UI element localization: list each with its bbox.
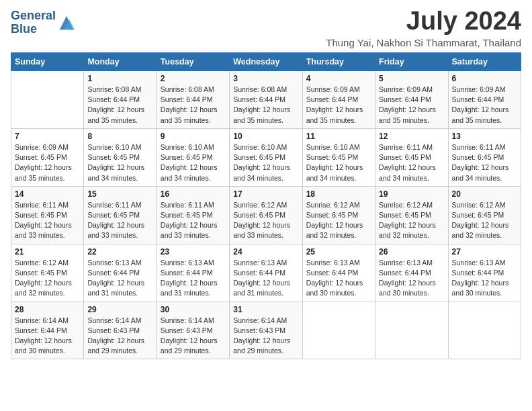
day-number: 4 <box>306 74 371 83</box>
day-info: Sunrise: 6:08 AM Sunset: 6:44 PM Dayligh… <box>161 85 226 126</box>
day-info: Sunrise: 6:09 AM Sunset: 6:44 PM Dayligh… <box>452 85 517 126</box>
calendar-cell: 20Sunrise: 6:12 AM Sunset: 6:45 PM Dayli… <box>448 186 521 244</box>
calendar-week-3: 14Sunrise: 6:11 AM Sunset: 6:45 PM Dayli… <box>11 186 521 244</box>
day-number: 24 <box>233 247 298 257</box>
calendar-cell: 2Sunrise: 6:08 AM Sunset: 6:44 PM Daylig… <box>157 71 229 129</box>
day-info: Sunrise: 6:08 AM Sunset: 6:44 PM Dayligh… <box>233 85 298 126</box>
day-number: 9 <box>161 132 226 141</box>
logo: General Blue <box>11 9 76 36</box>
day-info: Sunrise: 6:13 AM Sunset: 6:44 PM Dayligh… <box>306 258 371 299</box>
day-info: Sunrise: 6:08 AM Sunset: 6:44 PM Dayligh… <box>87 85 152 126</box>
logo-text: General Blue <box>11 9 56 36</box>
calendar-cell: 15Sunrise: 6:11 AM Sunset: 6:45 PM Dayli… <box>84 186 157 244</box>
calendar-cell: 4Sunrise: 6:09 AM Sunset: 6:44 PM Daylig… <box>302 71 375 129</box>
calendar-cell: 6Sunrise: 6:09 AM Sunset: 6:44 PM Daylig… <box>448 71 521 129</box>
day-number: 13 <box>452 132 517 141</box>
day-info: Sunrise: 6:13 AM Sunset: 6:44 PM Dayligh… <box>233 258 298 299</box>
day-number: 28 <box>15 305 80 314</box>
calendar-cell: 10Sunrise: 6:10 AM Sunset: 6:45 PM Dayli… <box>230 128 302 186</box>
calendar-cell: 31Sunrise: 6:14 AM Sunset: 6:43 PM Dayli… <box>230 302 302 359</box>
calendar-cell: 21Sunrise: 6:12 AM Sunset: 6:45 PM Dayli… <box>11 244 84 302</box>
calendar-body: 1Sunrise: 6:08 AM Sunset: 6:44 PM Daylig… <box>11 71 521 359</box>
day-number: 23 <box>161 247 226 257</box>
calendar-cell: 13Sunrise: 6:11 AM Sunset: 6:45 PM Dayli… <box>448 128 521 186</box>
title-area: July 2024 Thung Yai, Nakhon Si Thammarat… <box>326 7 521 48</box>
calendar-table: SundayMondayTuesdayWednesdayThursdayFrid… <box>11 52 521 359</box>
calendar-cell: 17Sunrise: 6:12 AM Sunset: 6:45 PM Dayli… <box>230 186 302 244</box>
calendar-cell: 25Sunrise: 6:13 AM Sunset: 6:44 PM Dayli… <box>302 244 375 302</box>
day-number: 31 <box>233 305 298 314</box>
calendar-week-5: 28Sunrise: 6:14 AM Sunset: 6:44 PM Dayli… <box>11 302 521 359</box>
day-info: Sunrise: 6:12 AM Sunset: 6:45 PM Dayligh… <box>452 200 517 241</box>
day-number: 27 <box>452 247 517 257</box>
calendar-cell: 3Sunrise: 6:08 AM Sunset: 6:44 PM Daylig… <box>230 71 302 129</box>
day-info: Sunrise: 6:09 AM Sunset: 6:44 PM Dayligh… <box>306 85 371 126</box>
calendar-cell: 7Sunrise: 6:09 AM Sunset: 6:45 PM Daylig… <box>11 128 84 186</box>
day-number: 12 <box>379 132 444 141</box>
calendar-cell <box>375 302 448 359</box>
day-info: Sunrise: 6:09 AM Sunset: 6:44 PM Dayligh… <box>379 85 444 126</box>
calendar-cell: 29Sunrise: 6:14 AM Sunset: 6:43 PM Dayli… <box>84 302 157 359</box>
day-info: Sunrise: 6:13 AM Sunset: 6:44 PM Dayligh… <box>87 258 152 299</box>
day-info: Sunrise: 6:10 AM Sunset: 6:45 PM Dayligh… <box>233 142 298 183</box>
weekday-header-friday: Friday <box>375 53 448 71</box>
logo-line1: General <box>11 9 56 22</box>
weekday-header-monday: Monday <box>84 53 157 71</box>
day-info: Sunrise: 6:10 AM Sunset: 6:45 PM Dayligh… <box>87 142 152 183</box>
day-number: 8 <box>87 132 152 141</box>
day-info: Sunrise: 6:12 AM Sunset: 6:45 PM Dayligh… <box>306 200 371 241</box>
calendar-cell <box>302 302 375 359</box>
calendar-cell <box>448 302 521 359</box>
calendar-cell: 30Sunrise: 6:14 AM Sunset: 6:43 PM Dayli… <box>157 302 229 359</box>
day-number: 22 <box>87 247 152 257</box>
calendar-cell: 27Sunrise: 6:13 AM Sunset: 6:44 PM Dayli… <box>448 244 521 302</box>
day-number: 21 <box>15 247 80 257</box>
day-info: Sunrise: 6:13 AM Sunset: 6:44 PM Dayligh… <box>379 258 444 299</box>
day-info: Sunrise: 6:10 AM Sunset: 6:45 PM Dayligh… <box>306 142 371 183</box>
day-number: 1 <box>87 74 152 83</box>
day-number: 16 <box>161 189 226 199</box>
day-number: 15 <box>87 189 152 199</box>
day-info: Sunrise: 6:14 AM Sunset: 6:43 PM Dayligh… <box>87 316 152 357</box>
day-info: Sunrise: 6:11 AM Sunset: 6:45 PM Dayligh… <box>379 142 444 183</box>
weekday-header-wednesday: Wednesday <box>230 53 302 71</box>
day-info: Sunrise: 6:12 AM Sunset: 6:45 PM Dayligh… <box>379 200 444 241</box>
calendar-cell: 8Sunrise: 6:10 AM Sunset: 6:45 PM Daylig… <box>84 128 157 186</box>
calendar-cell: 26Sunrise: 6:13 AM Sunset: 6:44 PM Dayli… <box>375 244 448 302</box>
day-number: 26 <box>379 247 444 257</box>
logo-line2: Blue <box>11 22 37 36</box>
day-number: 29 <box>87 305 152 314</box>
calendar-cell: 9Sunrise: 6:10 AM Sunset: 6:45 PM Daylig… <box>157 128 229 186</box>
day-number: 5 <box>379 74 444 83</box>
calendar-cell: 28Sunrise: 6:14 AM Sunset: 6:44 PM Dayli… <box>11 302 84 359</box>
weekday-header-tuesday: Tuesday <box>157 53 229 71</box>
day-info: Sunrise: 6:13 AM Sunset: 6:44 PM Dayligh… <box>452 258 517 299</box>
weekday-header-sunday: Sunday <box>11 53 84 71</box>
subtitle: Thung Yai, Nakhon Si Thammarat, Thailand <box>326 37 521 48</box>
day-number: 20 <box>452 189 517 199</box>
calendar-cell: 16Sunrise: 6:11 AM Sunset: 6:45 PM Dayli… <box>157 186 229 244</box>
weekday-header-thursday: Thursday <box>302 53 375 71</box>
weekday-header-row: SundayMondayTuesdayWednesdayThursdayFrid… <box>11 53 521 71</box>
day-number: 2 <box>161 74 226 83</box>
day-info: Sunrise: 6:14 AM Sunset: 6:43 PM Dayligh… <box>161 316 226 357</box>
calendar-cell: 5Sunrise: 6:09 AM Sunset: 6:44 PM Daylig… <box>375 71 448 129</box>
header: General Blue July 2024 Thung Yai, Nakhon… <box>11 7 521 48</box>
calendar-cell: 18Sunrise: 6:12 AM Sunset: 6:45 PM Dayli… <box>302 186 375 244</box>
day-info: Sunrise: 6:14 AM Sunset: 6:43 PM Dayligh… <box>233 316 298 357</box>
day-info: Sunrise: 6:11 AM Sunset: 6:45 PM Dayligh… <box>15 200 80 241</box>
day-info: Sunrise: 6:10 AM Sunset: 6:45 PM Dayligh… <box>161 142 226 183</box>
day-info: Sunrise: 6:11 AM Sunset: 6:45 PM Dayligh… <box>87 200 152 241</box>
day-number: 19 <box>379 189 444 199</box>
day-number: 25 <box>306 247 371 257</box>
weekday-header-saturday: Saturday <box>448 53 521 71</box>
main-title: July 2024 <box>326 7 521 36</box>
calendar-cell: 23Sunrise: 6:13 AM Sunset: 6:44 PM Dayli… <box>157 244 229 302</box>
day-number: 6 <box>452 74 517 83</box>
day-number: 7 <box>15 132 80 141</box>
calendar-cell: 22Sunrise: 6:13 AM Sunset: 6:44 PM Dayli… <box>84 244 157 302</box>
calendar-cell: 1Sunrise: 6:08 AM Sunset: 6:44 PM Daylig… <box>84 71 157 129</box>
day-number: 18 <box>306 189 371 199</box>
calendar-cell: 12Sunrise: 6:11 AM Sunset: 6:45 PM Dayli… <box>375 128 448 186</box>
calendar-cell: 11Sunrise: 6:10 AM Sunset: 6:45 PM Dayli… <box>302 128 375 186</box>
